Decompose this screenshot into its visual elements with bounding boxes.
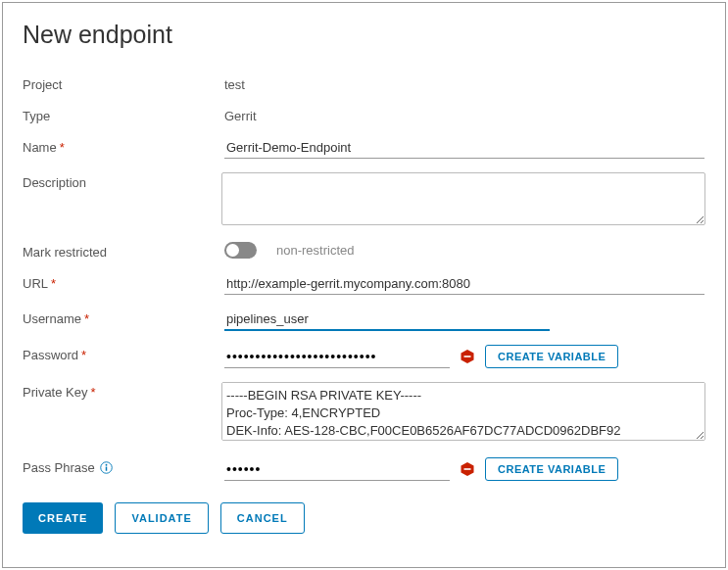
pass-phrase-label: Pass Phrase <box>23 457 224 475</box>
username-label: Username* <box>23 309 224 326</box>
restricted-toggle[interactable] <box>224 242 257 259</box>
password-input[interactable] <box>224 346 450 368</box>
description-label: Description <box>23 172 221 190</box>
url-label: URL* <box>23 273 224 291</box>
create-variable-button-password[interactable]: CREATE VARIABLE <box>485 345 618 368</box>
svg-rect-0 <box>464 356 471 357</box>
new-endpoint-panel: New endpoint Project test Type Gerrit Na… <box>2 2 726 568</box>
page-title: New endpoint <box>23 21 705 49</box>
error-badge-icon <box>460 349 475 364</box>
private-key-label: Private Key* <box>23 382 221 400</box>
create-button[interactable]: CREATE <box>23 502 103 534</box>
username-input[interactable] <box>224 309 550 331</box>
password-label: Password* <box>23 345 224 362</box>
error-badge-icon <box>460 461 475 477</box>
svg-rect-3 <box>106 467 107 471</box>
description-textarea[interactable] <box>221 172 705 225</box>
private-key-textarea[interactable]: -----BEGIN RSA PRIVATE KEY----- Proc-Typ… <box>221 382 705 441</box>
action-bar: CREATE VALIDATE CANCEL <box>23 502 705 534</box>
cancel-button[interactable]: CANCEL <box>220 502 305 534</box>
name-input[interactable] <box>224 137 704 159</box>
project-label: Project <box>23 74 224 92</box>
type-value: Gerrit <box>224 106 705 123</box>
svg-point-2 <box>106 464 108 466</box>
restricted-state-label: non-restricted <box>276 243 354 258</box>
name-label: Name* <box>23 137 224 155</box>
info-icon[interactable] <box>100 461 113 474</box>
create-variable-button-passphrase[interactable]: CREATE VARIABLE <box>485 457 618 481</box>
validate-button[interactable]: VALIDATE <box>115 502 208 534</box>
pass-phrase-input[interactable] <box>224 458 450 481</box>
project-value: test <box>224 74 705 92</box>
url-input[interactable] <box>224 273 704 295</box>
svg-rect-4 <box>464 468 471 470</box>
type-label: Type <box>23 106 224 123</box>
mark-restricted-label: Mark restricted <box>23 242 224 260</box>
